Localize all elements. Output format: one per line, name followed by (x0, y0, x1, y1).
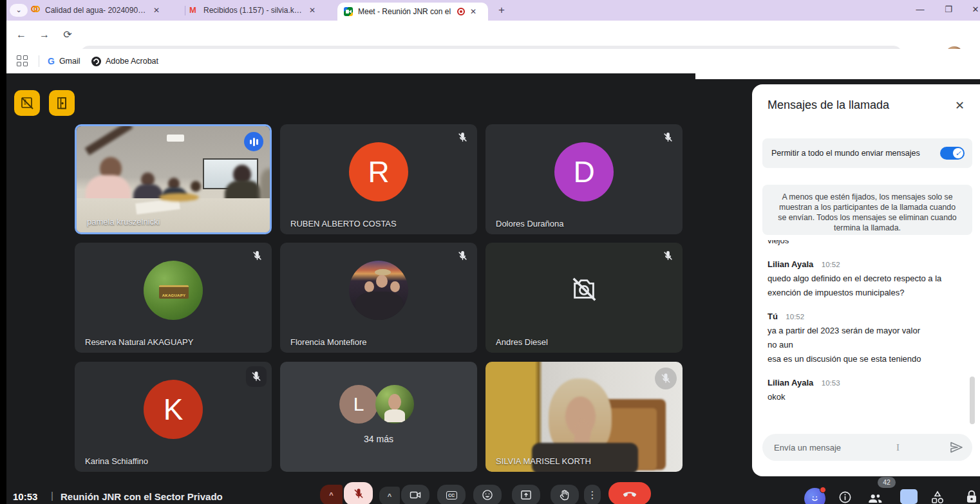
minimize-window-button[interactable]: — (909, 0, 931, 21)
recording-indicator-icon (457, 8, 465, 15)
chat-message-input[interactable] (774, 443, 896, 453)
participant-name: Dolores Durañona (496, 219, 564, 229)
chat-message-list: viejos Lilian Ayala 10:52 quedo algo def… (768, 240, 962, 415)
screen-left-edge (0, 0, 6, 504)
message-time: 10:53 (822, 379, 840, 387)
restore-window-button[interactable]: ❐ (938, 0, 959, 21)
present-screen-button[interactable] (512, 485, 540, 504)
google-g-icon: G (48, 56, 55, 66)
tab-meet-active[interactable]: Meet - Reunión JNR con el ✕ (337, 3, 488, 21)
toggle-label: Permitir a todo el mundo enviar mensajes (771, 149, 940, 158)
chat-message: Lilian Ayala 10:53 okok (768, 377, 962, 404)
participant-tile-silvia[interactable]: SILVIA MARISEL KORTH (485, 362, 683, 472)
audio-speaking-icon (244, 132, 263, 151)
apps-grid-icon[interactable] (17, 55, 28, 66)
mic-off-icon (655, 368, 677, 389)
bookmark-gmail[interactable]: G Gmail (48, 49, 80, 73)
raise-hand-button[interactable] (551, 485, 579, 504)
new-tab-button[interactable]: + (495, 3, 509, 17)
statusbar-divider: | (51, 490, 53, 501)
mic-off-icon (246, 366, 267, 387)
participant-tile-karina[interactable]: K Karina Schiaffino (75, 362, 272, 472)
participant-tile-andres[interactable]: Andres Diesel (485, 243, 683, 353)
more-options-button[interactable]: ⋮ (584, 485, 601, 504)
tab-gmail[interactable]: M Recibidos (1.157) - silvia.korth@ ✕ (189, 0, 335, 21)
close-tab-icon[interactable]: ✕ (470, 7, 476, 16)
send-message-icon[interactable] (948, 440, 964, 455)
participant-tile-ruben[interactable]: R RUBEN ALBERTO COSTAS (280, 124, 477, 234)
clock-time: 10:53 (13, 491, 37, 502)
chat-input-row: I (762, 434, 972, 461)
reload-icon[interactable]: ⟳ (61, 28, 75, 42)
bookmark-label: Gmail (59, 57, 80, 66)
participant-name: Andres Diesel (496, 337, 548, 347)
open-door-button[interactable] (49, 90, 75, 116)
message-text: quedo algo definido en el decreto respec… (768, 272, 962, 300)
meeting-stage: pamela kruszelnicki R RUBEN ALBERTO COST… (0, 73, 980, 504)
captions-button[interactable]: CC (437, 485, 466, 504)
mic-off-icon (457, 250, 469, 262)
tab-divider (185, 6, 185, 15)
chat-toggle-icon[interactable] (900, 489, 918, 504)
browser-toolbar: ← → ⟳ meet.google.com/tkk-ynbg-muq?authu… (0, 21, 980, 49)
photo-avatar (375, 385, 414, 424)
participants-icon[interactable] (867, 490, 883, 504)
close-window-button[interactable]: ✕ (965, 0, 980, 21)
chat-notice: A menos que estén fijados, los mensajes … (762, 185, 972, 235)
mic-off-icon (662, 250, 674, 262)
letter-avatar: D (554, 142, 614, 201)
scrolled-message-partial: viejos (768, 240, 962, 247)
sign-graphic: AKAGUAPY (159, 285, 189, 299)
close-tab-icon[interactable]: ✕ (309, 6, 316, 15)
mic-options-chevron-button[interactable]: ^ (320, 485, 343, 504)
meeting-details-icon[interactable] (838, 490, 853, 504)
message-text: ya a partir del 2023 serán de mayor valo… (768, 324, 962, 338)
bookmarks-bar: G Gmail Adobe Acrobat (0, 49, 980, 73)
acrobat-icon (91, 57, 101, 66)
more-participants-tile[interactable]: L 34 más (280, 362, 477, 472)
allow-messages-toggle[interactable]: ✓ (940, 147, 965, 160)
end-call-button[interactable] (608, 482, 651, 504)
chat-scrollbar[interactable] (970, 377, 975, 424)
back-icon[interactable]: ← (14, 28, 28, 42)
photo-avatar (349, 261, 408, 320)
meet-window: ⌄ Calidad del agua- 20240906 - C ✕ M Rec… (0, 0, 980, 504)
reactions-button[interactable] (473, 485, 502, 504)
participant-tile-dolores[interactable]: D Dolores Durañona (485, 124, 683, 234)
participant-tile-pamela[interactable]: pamela kruszelnicki (75, 124, 272, 234)
chat-message: Lilian Ayala 10:52 quedo algo definido e… (768, 258, 962, 300)
close-chat-icon[interactable]: ✕ (955, 98, 965, 113)
document-tab-icon (31, 6, 40, 15)
bookmarks-divider (39, 55, 39, 67)
message-time: 10:52 (786, 313, 804, 321)
host-controls-lock-icon[interactable] (963, 489, 980, 504)
participant-name: Karina Schiaffino (85, 456, 148, 466)
participant-name: SILVIA MARISEL KORTH (496, 456, 591, 466)
participant-tile-reserva[interactable]: AKAGUAPY Reserva Natural AKAGUAPY (75, 243, 272, 353)
bookmark-adobe-acrobat[interactable]: Adobe Acrobat (91, 49, 158, 73)
message-text: okok (768, 390, 962, 404)
message-text: esa es un discusión que se esta teniendo (768, 352, 962, 366)
screen-share-off-button[interactable] (14, 90, 40, 116)
letter-avatar: L (339, 385, 378, 424)
allow-messages-toggle-row: Permitir a todo el mundo enviar mensajes… (762, 138, 972, 168)
mic-off-icon (251, 250, 263, 262)
chat-panel: Mensajes de la llamada ✕ Permitir a todo… (752, 84, 980, 476)
camera-options-chevron-button[interactable]: ^ (379, 487, 400, 504)
message-author: Tú (768, 312, 778, 321)
forward-icon[interactable]: → (37, 28, 52, 42)
photo-avatar: AKAGUAPY (144, 261, 203, 320)
text-cursor: I (896, 442, 900, 453)
activities-icon[interactable] (930, 490, 945, 504)
camera-toggle-button[interactable] (401, 485, 429, 504)
participant-tile-florencia[interactable]: Florencia Montefiore (280, 243, 477, 353)
tab-calidad-del-agua[interactable]: Calidad del agua- 20240906 - C ✕ (31, 0, 180, 21)
tab-search-chevron-button[interactable]: ⌄ (10, 4, 28, 17)
message-author: Lilian Ayala (768, 259, 813, 269)
tab-title: Calidad del agua- 20240906 - C (45, 6, 148, 15)
gmail-icon: M (189, 6, 198, 15)
gemini-effects-icon[interactable] (804, 488, 825, 504)
mic-toggle-button[interactable] (344, 482, 373, 504)
close-tab-icon[interactable]: ✕ (153, 6, 160, 15)
participant-name: RUBEN ALBERTO COSTAS (290, 219, 397, 229)
